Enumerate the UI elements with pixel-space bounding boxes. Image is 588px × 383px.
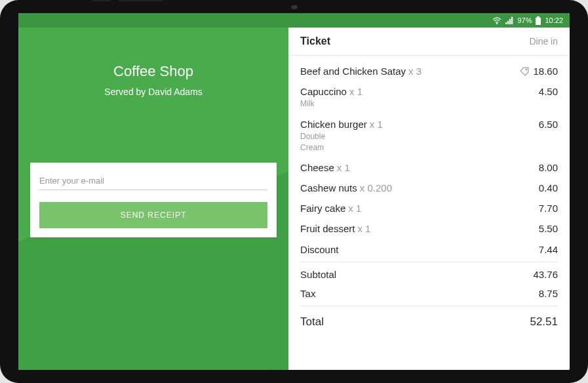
item-price: 18.60 bbox=[533, 66, 558, 77]
content: Coffee Shop Served by David Adams SEND R… bbox=[18, 28, 570, 370]
subtotal-row: Subtotal43.76 bbox=[300, 265, 558, 284]
svg-rect-5 bbox=[537, 16, 539, 18]
item-price: 4.50 bbox=[539, 86, 558, 97]
shop-name: Coffee Shop bbox=[18, 63, 288, 80]
ticket-item[interactable]: Cashew nutsx 0.2000.40 bbox=[300, 178, 558, 198]
ticket-item[interactable]: Cheesex 18.00 bbox=[300, 157, 558, 178]
ticket-mode: Dine in bbox=[529, 36, 558, 47]
tablet-button bbox=[92, 0, 111, 1]
left-pane: Coffee Shop Served by David Adams SEND R… bbox=[18, 28, 288, 370]
svg-rect-6 bbox=[536, 18, 541, 25]
signal-icon bbox=[505, 16, 513, 24]
total-row: Total52.51 bbox=[300, 309, 558, 335]
clock: 10:22 bbox=[545, 16, 563, 24]
ticket-title: Ticket bbox=[300, 35, 330, 47]
screen: 97% 10:22 Coffee Shop Served by David Ad… bbox=[18, 13, 570, 370]
send-receipt-button[interactable]: SEND RECEIPT bbox=[39, 202, 267, 228]
item-name: Chicken burger bbox=[300, 119, 367, 130]
divider bbox=[300, 306, 558, 306]
wifi-icon bbox=[492, 16, 501, 24]
item-qty: x 1 bbox=[370, 119, 383, 130]
svg-point-7 bbox=[526, 69, 527, 70]
item-price: 8.00 bbox=[539, 162, 558, 173]
tablet-camera bbox=[291, 5, 298, 9]
item-name: Beef and Chicken Satay bbox=[300, 66, 406, 77]
svg-rect-1 bbox=[505, 22, 507, 24]
discount-row: Discount7.44 bbox=[300, 240, 558, 259]
item-price: 7.70 bbox=[539, 203, 558, 214]
ticket-item[interactable]: Beef and Chicken Satayx 318.60 bbox=[300, 61, 558, 81]
ticket-item[interactable]: Capuccinox 1Milk4.50 bbox=[300, 81, 558, 114]
svg-rect-2 bbox=[507, 21, 509, 24]
item-qty: x 0.200 bbox=[360, 182, 392, 193]
divider bbox=[300, 262, 558, 262]
ticket-item[interactable]: Chicken burgerx 1DoubleCream6.50 bbox=[300, 114, 558, 158]
ticket-header: Ticket Dine in bbox=[288, 28, 570, 56]
item-qty: x 1 bbox=[337, 162, 350, 173]
tax-row: Tax8.75 bbox=[300, 284, 558, 303]
item-price: 5.50 bbox=[539, 223, 558, 234]
svg-rect-4 bbox=[511, 17, 513, 24]
item-qty: x 1 bbox=[357, 223, 370, 234]
item-modifiers: DoubleCream bbox=[300, 131, 383, 153]
tag-icon bbox=[520, 67, 529, 76]
item-name: Fairy cake bbox=[300, 203, 345, 214]
item-name: Cheese bbox=[300, 162, 334, 173]
ticket-item[interactable]: Fruit dessertx 15.50 bbox=[300, 218, 558, 239]
item-qty: x 1 bbox=[348, 203, 361, 214]
ticket-pane: Ticket Dine in Beef and Chicken Satayx 3… bbox=[288, 28, 570, 370]
tablet-frame: 97% 10:22 Coffee Shop Served by David Ad… bbox=[0, 0, 588, 383]
item-qty: x 3 bbox=[408, 66, 421, 77]
svg-rect-3 bbox=[509, 19, 511, 24]
item-name: Cashew nuts bbox=[300, 182, 357, 193]
item-modifiers: Milk bbox=[300, 98, 363, 110]
item-name: Fruit dessert bbox=[300, 223, 355, 234]
ticket-body[interactable]: Beef and Chicken Satayx 318.60Capuccinox… bbox=[288, 56, 570, 370]
served-by: Served by David Adams bbox=[18, 87, 288, 97]
svg-point-0 bbox=[497, 24, 498, 24]
battery-percent: 97% bbox=[517, 16, 532, 24]
email-input[interactable] bbox=[39, 173, 267, 190]
battery-icon bbox=[536, 16, 541, 25]
item-price: 6.50 bbox=[539, 119, 558, 130]
item-qty: x 1 bbox=[349, 86, 363, 97]
item-name: Capuccino bbox=[300, 86, 347, 97]
item-price: 0.40 bbox=[539, 182, 558, 193]
status-bar: 97% 10:22 bbox=[18, 13, 570, 28]
tablet-button bbox=[118, 0, 164, 1]
ticket-item[interactable]: Fairy cakex 17.70 bbox=[300, 198, 558, 218]
email-card: SEND RECEIPT bbox=[30, 163, 277, 237]
